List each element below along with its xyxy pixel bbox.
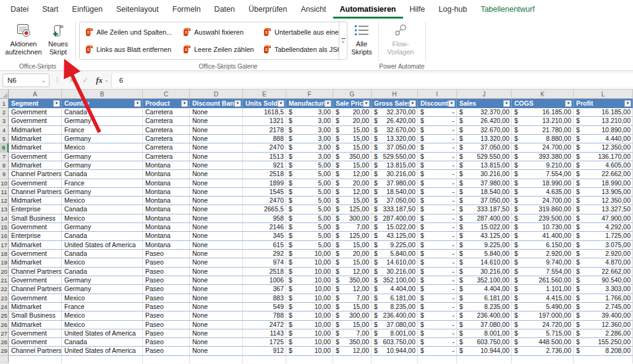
cell-K13[interactable]: $319.860,00 [512,205,574,214]
cell-L28[interactable]: $155.250,00 [574,338,633,347]
cell-C18[interactable]: Paseo [143,250,190,258]
cell-K21[interactable]: $261.560,00 [512,276,574,285]
column-header-E[interactable]: E [243,90,286,99]
cell-J7[interactable]: $529.550,00 [457,153,512,161]
cell-G26[interactable]: $15,00 [333,321,372,329]
tab-hilfe[interactable]: Hilfe [403,0,432,19]
cell-K17[interactable]: $6.150,00 [512,241,574,250]
row-header-19[interactable]: 19 [0,258,9,267]
cell-K10[interactable]: $18.990,00 [512,179,574,188]
formula-input[interactable]: 6 [111,74,633,87]
cell-empty[interactable] [243,356,286,363]
cell-B16[interactable]: Canada [62,232,143,240]
cell-F9[interactable]: $5,00 [286,170,333,179]
gallery-item[interactable]: Leere Zeilen zählen [181,41,261,58]
cell-D12[interactable]: None [190,197,243,205]
cell-B25[interactable]: Mexico [62,311,143,320]
row-header-2[interactable]: 2 [0,108,9,117]
cell-K11[interactable]: $4.635,00 [512,188,574,197]
cell-B19[interactable]: Mexico [62,258,143,267]
cell-L13[interactable]: $13.327,50 [574,205,633,214]
cell-B13[interactable]: Canada [62,205,143,214]
cell-H11[interactable]: $18.540,00 [372,188,418,197]
cell-C19[interactable]: Paseo [143,258,190,267]
row-header-14[interactable]: 14 [0,214,9,223]
cell-I9[interactable]: $- [418,170,457,179]
cell-E25[interactable]: 788 [243,311,286,320]
tab-seitenlayout[interactable]: Seitenlayout [109,0,166,19]
row-header-1[interactable]: 1 [0,99,9,108]
cell-L12[interactable]: $12.350,00 [574,197,633,205]
cell-J21[interactable]: $352.100,00 [457,276,512,285]
row-header-12[interactable]: 12 [0,197,9,205]
cell-I7[interactable]: $- [418,153,457,161]
row-header-21[interactable]: 21 [0,276,9,285]
cell-E15[interactable]: 2146 [243,223,286,232]
cell-K5[interactable]: $8.880,00 [512,135,574,143]
cell-J24[interactable]: $8.235,00 [457,303,512,311]
cell-B7[interactable]: Germany [62,153,143,161]
cell-H2[interactable]: $32.370,00 [372,108,418,117]
name-box-chevron-icon[interactable]: ⌄ [41,74,46,87]
cell-K7[interactable]: $393.380,00 [512,153,574,161]
row-header-5[interactable]: 5 [0,135,9,143]
cell-A12[interactable]: Midmarket [9,197,62,205]
gallery-item[interactable]: Tabellendaten als JSON... [261,41,339,58]
cell-L11[interactable]: $13.905,00 [574,188,633,197]
tab-ansicht[interactable]: Ansicht [294,0,333,19]
cell-G10[interactable]: $20,00 [333,179,372,188]
cell-L17[interactable]: $3.075,00 [574,241,633,250]
cell-G12[interactable]: $15,00 [333,197,372,205]
cell-D10[interactable]: None [190,179,243,188]
cell-C22[interactable]: Paseo [143,285,190,294]
cell-E16[interactable]: 345 [243,232,286,240]
cell-D13[interactable]: None [190,205,243,214]
cell-F8[interactable]: $5,00 [286,161,333,170]
cell-D8[interactable]: None [190,161,243,170]
row-header-9[interactable]: 9 [0,170,9,179]
cell-L4[interactable]: $10.890,00 [574,126,633,135]
row-header-17[interactable]: 17 [0,241,9,250]
cell-A3[interactable]: Government [9,117,62,125]
cell-I14[interactable]: $- [418,214,457,223]
cell-J23[interactable]: $6.181,00 [457,294,512,303]
cell-J29[interactable]: $10.944,00 [457,347,512,355]
cell-L9[interactable]: $22.662,00 [574,170,633,179]
cell-G28[interactable]: $350,00 [333,338,372,347]
new-script-button[interactable]: Neues Skript [45,22,72,56]
cell-C27[interactable]: Paseo [143,329,190,338]
cell-B20[interactable]: Canada [62,268,143,276]
cell-G13[interactable]: $125,00 [333,205,372,214]
cell-H24[interactable]: $8.235,00 [372,303,418,311]
cell-H6[interactable]: $37.050,00 [372,143,418,152]
cell-E24[interactable]: 549 [243,303,286,311]
cell-K26[interactable]: $24.720,00 [512,321,574,329]
cell-A24[interactable]: Midmarket [9,303,62,311]
column-header-H[interactable]: H [372,90,418,99]
cell-A13[interactable]: Enterprise [9,205,62,214]
cell-G17[interactable]: $15,00 [333,241,372,250]
cell-B26[interactable]: Mexico [62,321,143,329]
cell-C6[interactable]: Carretera [143,143,190,152]
column-header-F[interactable]: F [286,90,333,99]
cell-I11[interactable]: $- [418,188,457,197]
cell-G2[interactable]: $20,00 [333,108,372,117]
cell-L5[interactable]: $4.440,00 [574,135,633,143]
cell-A27[interactable]: Government [9,329,62,338]
select-all-corner[interactable] [0,90,9,99]
cell-A7[interactable]: Government [9,153,62,161]
cell-J19[interactable]: $14.610,00 [457,258,512,267]
cell-G5[interactable]: $15,00 [333,135,372,143]
cell-A20[interactable]: Channel Partners [9,268,62,276]
cell-F13[interactable]: $5,00 [286,205,333,214]
cell-I13[interactable]: $- [418,205,457,214]
cell-H27[interactable]: $8.001,00 [372,329,418,338]
cell-F11[interactable]: $5,00 [286,188,333,197]
cell-J18[interactable]: $5.840,00 [457,250,512,258]
cell-K20[interactable]: $7.554,00 [512,268,574,276]
cell-I18[interactable]: $- [418,250,457,258]
cell-empty[interactable] [333,356,372,363]
row-header-3[interactable]: 3 [0,117,9,125]
cell-C8[interactable]: Montana [143,161,190,170]
cell-H7[interactable]: $529.550,00 [372,153,418,161]
